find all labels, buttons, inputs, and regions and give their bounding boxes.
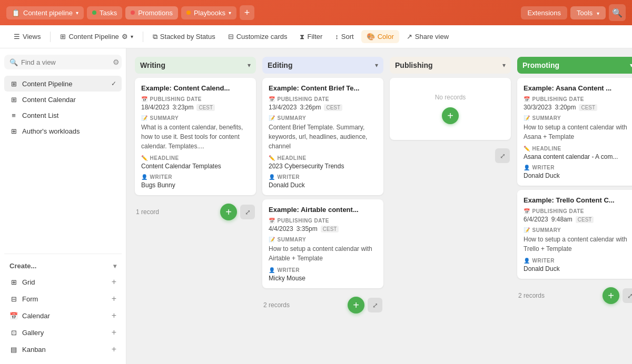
card-date-p2: 6/4/2023 bbox=[524, 216, 548, 223]
add-record-publishing-button[interactable]: + bbox=[442, 107, 459, 124]
tab-tasks[interactable]: Tasks bbox=[87, 6, 122, 19]
publishing-chevron-icon[interactable]: ▾ bbox=[502, 62, 506, 69]
add-tab-button[interactable]: + bbox=[240, 5, 254, 20]
no-records-publishing: No records + bbox=[390, 78, 511, 140]
tasks-dot-icon bbox=[92, 11, 96, 15]
customize-button[interactable]: ⊟ Customize cards bbox=[223, 30, 293, 43]
filter-icon: ⧗ bbox=[300, 33, 304, 41]
extensions-button[interactable]: Extensions bbox=[521, 6, 567, 19]
sort-button[interactable]: ↕ Sort bbox=[330, 30, 359, 43]
writing-chevron-icon[interactable]: ▾ bbox=[248, 62, 251, 69]
sidebar-item-authors-workloads[interactable]: ⊞ Author's workloads bbox=[4, 123, 122, 139]
tools-button[interactable]: Tools ▾ bbox=[570, 6, 606, 19]
promoting-chevron-icon[interactable]: ▾ bbox=[630, 62, 632, 69]
toolbar-divider-2 bbox=[143, 32, 143, 42]
top-bar-left: 📋 Content pipeline ▾ Tasks Promotions Pl… bbox=[6, 5, 519, 20]
stacked-button[interactable]: ⧉ Stacked by Status bbox=[147, 30, 221, 44]
sidebar: 🔍 ⚙ ⊞ Content Pipeline ✓ ⊞ Content Calen… bbox=[0, 48, 126, 364]
expand-writing-button[interactable]: ⤢ bbox=[240, 205, 255, 219]
sidebar-item-content-list[interactable]: ≡ Content List bbox=[4, 107, 122, 123]
add-card-editing-button[interactable]: + bbox=[348, 297, 364, 314]
card-time-p2: 9:48am bbox=[551, 216, 572, 223]
content-pipeline-button[interactable]: ⊞ Content Pipeline ⚙ ▾ bbox=[55, 30, 138, 43]
sidebar-item-content-pipeline[interactable]: ⊞ Content Pipeline ✓ bbox=[4, 76, 122, 92]
grid-icon: ⊞ bbox=[60, 33, 66, 41]
sidebar-settings-icon[interactable]: ⚙ bbox=[113, 58, 120, 66]
views-button[interactable]: ☰ Views bbox=[8, 30, 46, 43]
summary-text-p1: How to setup a content calendar with Asa… bbox=[524, 123, 632, 141]
create-gallery-icon: ⊡ bbox=[9, 328, 18, 337]
create-form-icon: ⊟ bbox=[9, 295, 18, 303]
toolbar-divider-1 bbox=[50, 32, 51, 42]
tab-playbooks[interactable]: Playbooks ▾ bbox=[181, 6, 236, 19]
expand-publishing-button[interactable]: ⤢ bbox=[495, 148, 510, 163]
add-card-writing-button[interactable]: + bbox=[220, 204, 237, 220]
search-button[interactable]: 🔍 bbox=[609, 4, 626, 21]
date-row-e2: 4/4/2023 3:35pm CEST bbox=[269, 225, 377, 232]
records-count-editing: 2 records bbox=[263, 301, 290, 309]
publishing-date-label-p1: 📅 PUBLISHING DATE bbox=[524, 96, 632, 102]
card-editing-2: Example: Airtable content... 📅 PUBLISHIN… bbox=[262, 199, 383, 288]
summary-label-p2: 📝 SUMMARY bbox=[524, 227, 632, 233]
tab-promotions[interactable]: Promotions bbox=[125, 6, 178, 19]
date-row-e1: 13/4/2023 3:26pm CEST bbox=[269, 104, 377, 111]
editing-chevron-icon[interactable]: ▾ bbox=[375, 62, 378, 69]
text-icon-p1: 📝 bbox=[524, 115, 530, 121]
expand-promoting-button[interactable]: ⤢ bbox=[623, 288, 632, 303]
publishing-date-label-e1: 📅 PUBLISHING DATE bbox=[269, 96, 377, 102]
create-kanban-icon: ▤ bbox=[9, 345, 18, 353]
writer-label-p2: 👤 WRITER bbox=[524, 258, 632, 264]
add-card-promoting-button[interactable]: + bbox=[603, 287, 619, 304]
pipeline-settings-icon: ⚙ bbox=[122, 33, 128, 41]
card-promoting-2: Example: Trello Content C... 📅 PUBLISHIN… bbox=[517, 190, 632, 279]
sidebar-grid-icon-3: ⊞ bbox=[9, 127, 18, 135]
text-icon-e1: 📝 bbox=[269, 115, 275, 121]
headline-label-e1: ✏️ HEADLINE bbox=[269, 155, 377, 161]
playbooks-chevron-icon: ▾ bbox=[229, 10, 231, 16]
share-view-button[interactable]: ↗ Share view bbox=[401, 30, 454, 43]
create-chevron-icon: ▾ bbox=[113, 262, 116, 270]
date-row-p2: 6/4/2023 9:48am CEST bbox=[524, 216, 632, 223]
create-calendar-icon: 📅 bbox=[9, 311, 18, 320]
writer-icon-p2: 👤 bbox=[524, 258, 530, 264]
writer-value-p1: Donald Duck bbox=[524, 172, 632, 179]
text-icon-w1: 📝 bbox=[141, 115, 148, 121]
tab-content-pipeline[interactable]: 📋 Content pipeline ▾ bbox=[6, 6, 84, 19]
sidebar-grid-icon-2: ⊞ bbox=[9, 95, 18, 104]
column-editing: Editing ▾ Example: Content Brief Te... 📅… bbox=[262, 57, 383, 356]
calendar-icon-e1: 📅 bbox=[269, 96, 275, 102]
expand-editing-button[interactable]: ⤢ bbox=[368, 298, 382, 312]
sidebar-create-gallery[interactable]: ⊡ Gallery + bbox=[4, 324, 122, 341]
customize-icon: ⊟ bbox=[228, 33, 234, 41]
date-row-w1: 18/4/2023 3:23pm CEST bbox=[141, 104, 250, 111]
summary-text-e1: Content Brief Template. Summary, keyword… bbox=[269, 123, 377, 151]
date-row-p1: 30/3/2023 3:20pm CEST bbox=[524, 104, 632, 111]
main-layout: 🔍 ⚙ ⊞ Content Pipeline ✓ ⊞ Content Calen… bbox=[0, 48, 632, 364]
pipeline-chevron-icon: ▾ bbox=[131, 34, 133, 39]
headline-icon-p1: ✏️ bbox=[524, 146, 530, 151]
writer-label-w1: 👤 WRITER bbox=[141, 174, 250, 180]
card-tz-e2: CEST bbox=[321, 226, 339, 232]
summary-label-w1: 📝 SUMMARY bbox=[141, 115, 250, 121]
card-time-e1: 3:26pm bbox=[300, 104, 321, 111]
sidebar-create-kanban[interactable]: ▤ Kanban + bbox=[4, 341, 122, 358]
promotions-dot-icon bbox=[131, 11, 135, 15]
summary-text-e2: How to setup a content calendar with Air… bbox=[269, 244, 377, 263]
sidebar-create-form[interactable]: ⊟ Form + bbox=[4, 290, 122, 307]
playbooks-dot-icon bbox=[186, 11, 191, 15]
summary-label-e1: 📝 SUMMARY bbox=[269, 115, 377, 121]
sidebar-grid-icon-1: ⊞ bbox=[9, 79, 18, 88]
writer-label-p1: 👤 WRITER bbox=[524, 165, 632, 170]
card-promoting-1: Example: Asana Content ... 📅 PUBLISHING … bbox=[517, 78, 632, 186]
sidebar-create-calendar[interactable]: 📅 Calendar + bbox=[4, 307, 122, 324]
sidebar-create-grid[interactable]: ⊞ Grid + bbox=[4, 274, 122, 290]
create-form-plus-icon: + bbox=[112, 294, 116, 304]
sidebar-item-content-calendar[interactable]: ⊞ Content Calendar bbox=[4, 92, 122, 107]
column-footer-editing: 2 records + ⤢ bbox=[262, 295, 383, 316]
color-button[interactable]: 🎨 Color bbox=[361, 30, 399, 43]
text-icon-p2: 📝 bbox=[524, 227, 530, 233]
text-icon-e2: 📝 bbox=[269, 237, 275, 242]
sidebar-search-input[interactable] bbox=[21, 58, 110, 66]
filter-button[interactable]: ⧗ Filter bbox=[294, 30, 328, 44]
sidebar-create-section: Create... ▾ bbox=[4, 258, 122, 274]
